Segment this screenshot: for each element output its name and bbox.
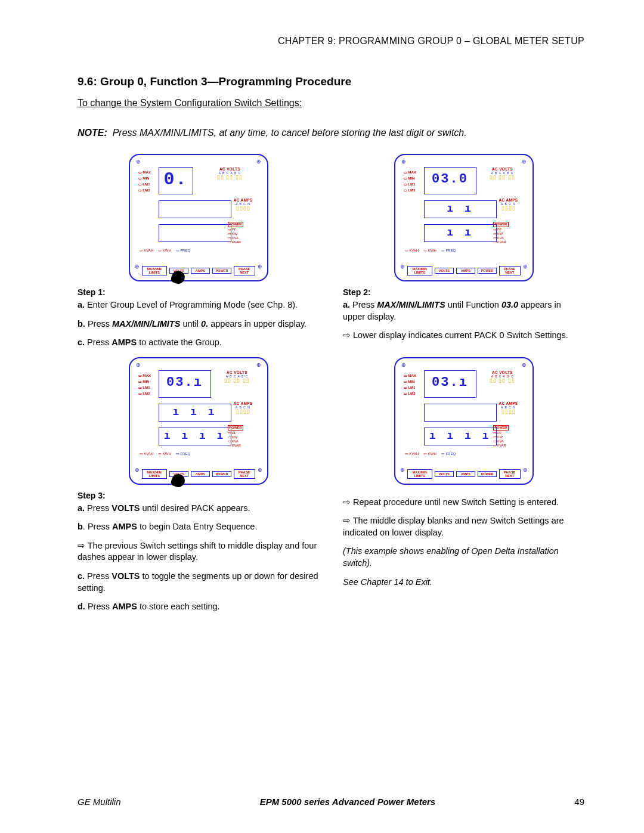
step2-body: a. Press MAX/MIN/LIMITS until Function 0…: [343, 299, 584, 342]
phase-next-button[interactable]: PHASE NEXT: [234, 266, 255, 275]
step4-body: ⇨ Repeat procedure until new Switch Sett…: [343, 497, 584, 588]
note-label: NOTE:: [78, 128, 107, 138]
middle-display: ı ı: [424, 200, 497, 218]
meter-diagram-3: ⊕⊕⊕⊕ MAX MIN LM1 LM2 03.ı AC VOLTS A B C…: [129, 357, 268, 485]
amps-button[interactable]: AMPS: [456, 471, 475, 477]
note: NOTE: Press MAX/MIN/LIMITS, at any time,…: [78, 128, 584, 138]
lower-display: ı ı: [424, 224, 497, 242]
chapter-header: CHAPTER 9: PROGRAMMING GROUP 0 – GLOBAL …: [78, 36, 584, 47]
page-footer: GE Multilin EPM 5000 series Advanced Pow…: [78, 797, 584, 807]
power-button[interactable]: POWER: [212, 268, 231, 274]
volts-button[interactable]: VOLTS: [435, 471, 454, 477]
footer-brand: GE Multilin: [78, 797, 121, 807]
lower-display: ı ı ı ı: [424, 428, 497, 445]
phase-next-button[interactable]: PHASE NEXT: [499, 266, 521, 275]
phase-next-button[interactable]: PHASE NEXT: [234, 469, 255, 479]
power-button[interactable]: POWER: [212, 471, 231, 477]
page: CHAPTER 9: PROGRAMMING GROUP 0 – GLOBAL …: [0, 0, 644, 833]
amps-button[interactable]: AMPS: [456, 268, 475, 274]
section-title: 9.6: Group 0, Function 3—Programming Pro…: [78, 75, 584, 88]
footer-doc-title: EPM 5000 series Advanced Power Meters: [260, 797, 436, 807]
step1-body: a. Enter Group Level of Programming Mode…: [78, 299, 319, 349]
power-button[interactable]: POWER: [478, 268, 497, 274]
middle-display: ı ı ı: [159, 404, 231, 422]
upper-display: 03.0: [424, 167, 476, 194]
lower-display: ı ı ı ı: [159, 428, 231, 445]
middle-display: [424, 404, 497, 422]
step3-body: a. Press VOLTS until desired PACK appear…: [78, 503, 319, 613]
meter-diagram-1: ⊕⊕⊕⊕ MAX MIN LM1 LM2 0. AC VOLTS A B C A…: [129, 154, 268, 281]
amps-button[interactable]: AMPS: [191, 471, 210, 477]
step2-header: Step 2:: [343, 287, 584, 297]
upper-display: 03.ı: [159, 370, 211, 398]
maxmin-limits-button[interactable]: MAX/MIN LIMITS: [407, 469, 432, 479]
step1-header: Step 1:: [78, 287, 319, 297]
button-row: MAX/MIN LIMITS VOLTS AMPS POWER PHASE NE…: [142, 266, 255, 275]
power-button[interactable]: POWER: [478, 471, 497, 477]
lower-display: [159, 224, 231, 242]
middle-display: [159, 200, 231, 218]
note-key: MAX/MIN/LIMITS: [140, 128, 213, 138]
maxmin-limits-button[interactable]: MAX/MIN LIMITS: [142, 266, 167, 275]
footer-page-number: 49: [574, 797, 584, 807]
intro-line: To change the System Configuration Switc…: [78, 98, 584, 109]
maxmin-limits-button[interactable]: MAX/MIN LIMITS: [142, 469, 167, 479]
upper-display: 03.ı: [424, 370, 476, 398]
upper-display: 0.: [159, 167, 193, 194]
meter-diagram-4: ⊕⊕⊕⊕ MAX MIN LM1 LM2 03.ı AC VOLTS A B C…: [394, 357, 534, 485]
volts-button[interactable]: VOLTS: [435, 268, 454, 274]
step3-header: Step 3:: [78, 491, 319, 500]
amps-button[interactable]: AMPS: [191, 268, 210, 274]
meter-diagram-2: ⊕⊕⊕⊕ MAX MIN LM1 LM2 03.0 AC VOLTS A B C…: [394, 154, 534, 281]
maxmin-limits-button[interactable]: MAX/MIN LIMITS: [407, 266, 432, 275]
phase-next-button[interactable]: PHASE NEXT: [499, 469, 521, 479]
